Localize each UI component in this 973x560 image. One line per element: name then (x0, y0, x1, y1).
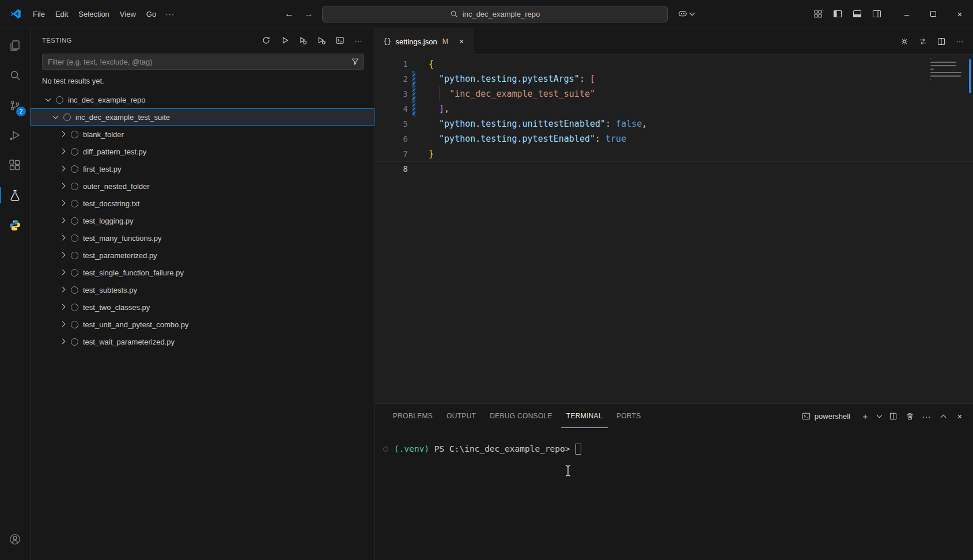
panel-actions: powershell + ··· × (802, 408, 967, 423)
tree-item-inc_dec_example_repo[interactable]: inc_dec_example_repo (31, 91, 374, 108)
tree-item-test_unit_and_pytest_combo.py[interactable]: test_unit_and_pytest_combo.py (31, 316, 374, 333)
tree-item-test_two_classes.py[interactable]: test_two_classes.py (31, 298, 374, 316)
filter-icon[interactable] (351, 57, 359, 66)
code-text: } (429, 146, 434, 161)
chevron-right-icon[interactable] (58, 285, 67, 294)
menu-view[interactable]: View (115, 7, 141, 21)
toggle-secondary-sidebar-icon[interactable] (867, 5, 887, 22)
chevron-right-icon[interactable] (58, 268, 67, 277)
chevron-down-icon[interactable] (43, 95, 52, 104)
tree-item-inc_dec_example_test_suite[interactable]: inc_dec_example_test_suite (31, 108, 374, 126)
activitybar-run-and-debug[interactable] (0, 120, 30, 150)
show-test-output-icon[interactable] (333, 33, 347, 47)
close-button[interactable]: × (947, 0, 973, 28)
open-settings-ui-icon[interactable] (897, 34, 912, 49)
chevron-right-icon[interactable] (58, 199, 67, 208)
tree-item-test_single_function_failure.py[interactable]: test_single_function_failure.py (31, 264, 374, 281)
terminal-shell-chip[interactable]: powershell (802, 412, 850, 421)
code-line-5[interactable]: 5 "python.testing.unittestEnabled": fals… (375, 116, 973, 131)
menu-selection[interactable]: Selection (73, 7, 114, 21)
tree-item-test_parameterized.py[interactable]: test_parameterized.py (31, 247, 374, 264)
run-tests-coverage-icon[interactable] (296, 33, 310, 47)
tree-item-outer_nested_folder[interactable]: outer_nested_folder (31, 177, 374, 195)
toggle-primary-sidebar-icon[interactable] (828, 5, 847, 22)
code-line-4[interactable]: 4 ], (375, 101, 973, 116)
activitybar-explorer[interactable] (0, 31, 30, 60)
maximize-panel-icon[interactable] (936, 408, 951, 423)
code-text: "python.testing.unittestEnabled": false, (429, 116, 647, 131)
activitybar-account[interactable] (0, 524, 30, 554)
activitybar-source-control[interactable]: 2 (0, 90, 30, 120)
tree-item-test_many_functions.py[interactable]: test_many_functions.py (31, 229, 374, 247)
tree-item-test_wait_parameterized.py[interactable]: test_wait_parameterized.py (31, 333, 374, 350)
activitybar-extensions[interactable] (0, 150, 30, 180)
tree-item-test_subtests.py[interactable]: test_subtests.py (31, 281, 374, 298)
customize-layout-icon[interactable] (808, 5, 828, 22)
chevron-right-icon[interactable] (58, 337, 67, 346)
split-terminal-icon[interactable] (885, 408, 900, 423)
menu-more-button[interactable]: ··· (161, 7, 179, 21)
chevron-right-icon[interactable] (58, 147, 67, 156)
new-terminal-icon[interactable]: + (858, 408, 873, 423)
minimap[interactable] (930, 58, 964, 80)
sidebar-more-actions-icon[interactable]: ··· (351, 33, 365, 47)
panel-tab-terminal[interactable]: TERMINAL (561, 404, 608, 428)
panel-tab-output[interactable]: OUTPUT (441, 404, 481, 428)
chevron-right-icon[interactable] (58, 181, 67, 191)
open-changes-icon[interactable] (915, 34, 930, 49)
editor[interactable]: 1{2 "python.testing.pytestArgs": [3 "inc… (375, 55, 973, 403)
code-line-2[interactable]: 2 "python.testing.pytestArgs": [ (375, 71, 973, 86)
menu-edit[interactable]: Edit (50, 7, 73, 21)
code-line-3[interactable]: 3 "inc_dec_example_test_suite" (375, 86, 973, 101)
chevron-right-icon[interactable] (58, 130, 67, 139)
terminal[interactable]: (.venv) PS C:\inc_dec_example_repo> (375, 428, 973, 560)
tree-item-blank_folder[interactable]: blank_folder (31, 126, 374, 143)
tree-item-first_test.py[interactable]: first_test.py (31, 160, 374, 177)
refresh-tests-icon[interactable] (259, 33, 273, 47)
panel-tab-debug-console[interactable]: DEBUG CONSOLE (484, 404, 558, 428)
tree-item-test_logging.py[interactable]: test_logging.py (31, 212, 374, 229)
chevron-right-icon[interactable] (58, 320, 67, 329)
chevron-right-icon[interactable] (58, 302, 67, 312)
panel-more-actions-icon[interactable]: ··· (919, 408, 934, 423)
chevron-down-icon[interactable] (51, 112, 60, 122)
chevron-right-icon[interactable] (58, 164, 67, 173)
tab-settings-json[interactable]: {} settings.json M × (375, 28, 474, 55)
chevron-right-icon[interactable] (58, 251, 67, 260)
panel-tab-ports[interactable]: PORTS (611, 404, 646, 428)
chevron-right-icon[interactable] (58, 216, 67, 225)
kill-terminal-icon[interactable] (902, 408, 917, 423)
menu-file[interactable]: File (28, 7, 50, 21)
panel-tab-problems[interactable]: PROBLEMS (388, 404, 438, 428)
copilot-icon[interactable] (675, 7, 697, 21)
close-panel-icon[interactable]: × (952, 408, 967, 423)
run-tests-icon[interactable] (278, 33, 291, 47)
chevron-right-icon[interactable] (58, 233, 67, 243)
forward-button[interactable]: → (302, 9, 315, 19)
close-tab-icon[interactable]: × (456, 36, 467, 47)
terminal-profile-chevron-icon[interactable] (874, 408, 884, 423)
back-button[interactable]: ← (283, 9, 296, 19)
code-line-7[interactable]: 7} (375, 146, 973, 161)
code-line-1[interactable]: 1{ (375, 56, 973, 71)
tree-item-diff_pattern_test.py[interactable]: diff_pattern_test.py (31, 143, 374, 160)
code-line-8[interactable]: 8 (375, 161, 973, 176)
maximize-button[interactable] (920, 0, 947, 28)
activitybar-search[interactable] (0, 60, 30, 90)
code-line-6[interactable]: 6 "python.testing.pytestEnabled": true (375, 131, 973, 146)
editor-more-actions-icon[interactable]: ··· (952, 34, 967, 49)
toggle-panel-icon[interactable] (847, 5, 867, 22)
code-area[interactable]: 1{2 "python.testing.pytestArgs": [3 "inc… (375, 55, 973, 403)
debug-tests-icon[interactable] (315, 33, 328, 47)
test-filter-input[interactable] (42, 54, 364, 70)
tree-item-test_docstring.txt[interactable]: test_docstring.txt (31, 195, 374, 212)
menu-go[interactable]: Go (141, 7, 161, 21)
line-number: 2 (375, 71, 408, 86)
activitybar-testing[interactable] (0, 180, 30, 210)
split-editor-icon[interactable] (934, 34, 949, 49)
command-decoration-icon[interactable] (383, 447, 388, 452)
command-center-search[interactable]: inc_dec_example_repo (322, 6, 668, 22)
tree-item-label: test_many_functions.py (83, 234, 162, 243)
activitybar-python[interactable] (0, 210, 30, 240)
minimize-button[interactable]: – (894, 0, 920, 28)
